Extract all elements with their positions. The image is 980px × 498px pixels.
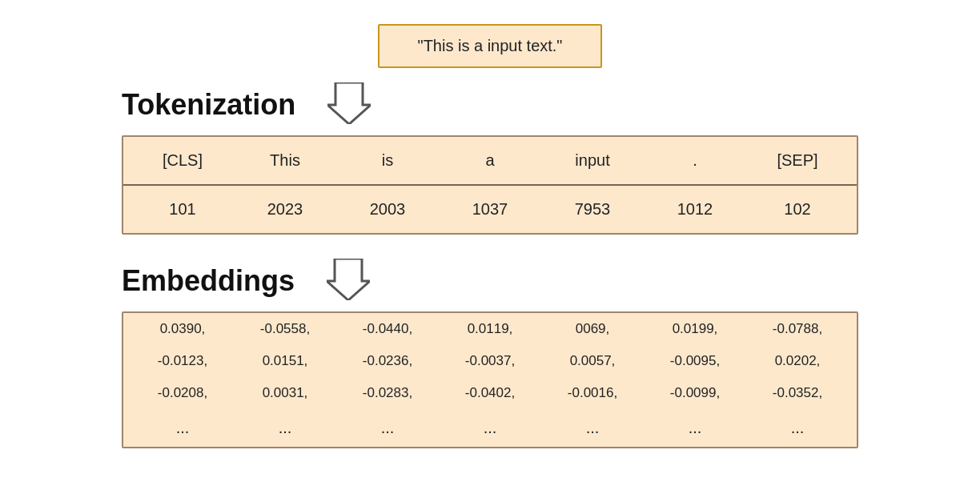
embed-r3c6: -0.0099, — [644, 382, 746, 404]
embed-dots7: ... — [746, 414, 849, 442]
embed-r2c7: 0.0202, — [746, 350, 849, 372]
embed-row-dots: ... ... ... ... ... ... ... — [123, 409, 857, 447]
embed-r2c6: -0.0095, — [644, 350, 746, 372]
arrow-down-icon — [327, 82, 371, 127]
embed-dots1: ... — [131, 414, 234, 442]
token-input: input — [541, 151, 644, 170]
embed-dots5: ... — [541, 414, 644, 442]
embeddings-section-header: Embeddings — [122, 259, 858, 303]
embed-r2c3: -0.0236, — [336, 350, 439, 372]
id-2023: 2023 — [234, 200, 336, 219]
token-cls: [CLS] — [131, 151, 234, 170]
token-a: a — [439, 151, 541, 170]
embed-r1c5: 0069, — [541, 318, 644, 340]
ids-row: 101 2023 2003 1037 7953 1012 102 — [123, 186, 857, 233]
embed-r3c3: -0.0283, — [336, 382, 439, 404]
embeddings-title: Embeddings — [122, 264, 295, 298]
tokenization-table: [CLS] This is a input . [SEP] 101 2023 2… — [122, 135, 858, 235]
tokenization-section-header: Tokenization — [122, 82, 858, 127]
embed-r1c7: -0.0788, — [746, 318, 849, 340]
embed-r2c2: 0.0151, — [234, 350, 336, 372]
embed-r3c2: 0.0031, — [234, 382, 336, 404]
tokenization-title: Tokenization — [122, 88, 295, 122]
id-2003: 2003 — [336, 200, 439, 219]
embed-r3c7: -0.0352, — [746, 382, 849, 404]
embed-r3c5: -0.0016, — [541, 382, 644, 404]
embed-r1c3: -0.0440, — [336, 318, 439, 340]
arrow-down-icon-2 — [327, 259, 370, 303]
embed-row-3: -0.0208, 0.0031, -0.0283, -0.0402, -0.00… — [123, 377, 857, 409]
embed-r1c1: 0.0390, — [131, 318, 234, 340]
id-101: 101 — [131, 200, 234, 219]
embed-dots4: ... — [439, 414, 541, 442]
tokens-row: [CLS] This is a input . [SEP] — [123, 137, 857, 184]
id-1012: 1012 — [644, 200, 746, 219]
input-text-box: "This is a input text." — [378, 24, 603, 68]
id-1037: 1037 — [439, 200, 541, 219]
embed-dots6: ... — [644, 414, 746, 442]
input-text-label: "This is a input text." — [418, 37, 563, 54]
id-102: 102 — [746, 200, 849, 219]
embed-row-2: -0.0123, 0.0151, -0.0236, -0.0037, 0.005… — [123, 345, 857, 377]
embed-r3c1: -0.0208, — [131, 382, 234, 404]
embed-r1c2: -0.0558, — [234, 318, 336, 340]
embed-r1c6: 0.0199, — [644, 318, 746, 340]
embeddings-table: 0.0390, -0.0558, -0.0440, 0.0119, 0069, … — [122, 311, 858, 448]
embed-r2c5: 0.0057, — [541, 350, 644, 372]
embed-row-1: 0.0390, -0.0558, -0.0440, 0.0119, 0069, … — [123, 313, 857, 345]
svg-marker-1 — [327, 259, 370, 300]
token-this: This — [234, 151, 336, 170]
token-is: is — [336, 151, 439, 170]
embed-r3c4: -0.0402, — [439, 382, 541, 404]
svg-marker-0 — [327, 82, 371, 124]
embed-r2c1: -0.0123, — [131, 350, 234, 372]
embed-r1c4: 0.0119, — [439, 318, 541, 340]
token-period: . — [644, 151, 746, 170]
id-7953: 7953 — [541, 200, 644, 219]
token-sep: [SEP] — [746, 151, 849, 170]
embed-dots3: ... — [336, 414, 439, 442]
embed-r2c4: -0.0037, — [439, 350, 541, 372]
embed-dots2: ... — [234, 414, 336, 442]
